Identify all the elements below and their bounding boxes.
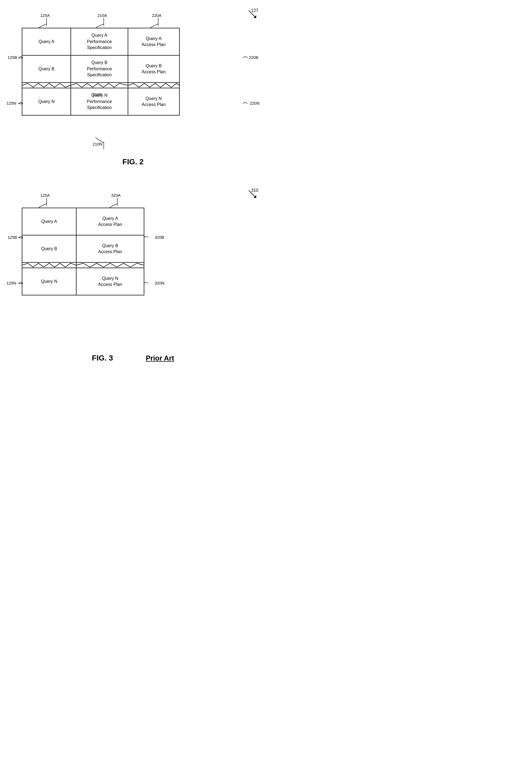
cell-query-a: Query A bbox=[22, 28, 71, 55]
zigzag-icon bbox=[77, 263, 144, 268]
fig3-table-container: Query A Query AAccess Plan Query B Query… bbox=[22, 208, 144, 296]
cell-f3-query-b-plan: Query BAccess Plan bbox=[76, 235, 144, 262]
cell-query-b: Query B bbox=[22, 55, 71, 83]
cell-f3-query-b: Query B bbox=[22, 235, 76, 262]
arrow-127-icon bbox=[248, 10, 257, 19]
label-125B-fig2: 125B bbox=[8, 55, 17, 60]
curve-125N bbox=[19, 101, 23, 106]
zigzag-icon bbox=[22, 83, 70, 88]
table-row: Query A Query APerformanceSpecification … bbox=[22, 28, 179, 55]
zigzag-icon bbox=[22, 263, 76, 268]
cell-f3-query-n: Query N bbox=[22, 268, 76, 295]
label-320A-fig3: 320A bbox=[111, 193, 121, 198]
arrow-310-icon bbox=[248, 190, 257, 199]
label-320N-fig3: 320N bbox=[155, 281, 165, 285]
cell-query-n-plan: Query NAccess Plan bbox=[128, 88, 179, 115]
cell-f3-query-a: Query A bbox=[22, 208, 76, 235]
table-row: Query N Query NAccess Plan bbox=[22, 268, 144, 295]
label-125A-fig2: 125A bbox=[40, 13, 50, 18]
fig2-table-container: Query A Query APerformanceSpecification … bbox=[22, 28, 180, 116]
label-125N-fig3: 125N bbox=[6, 281, 16, 285]
curve-220B bbox=[243, 56, 247, 60]
label-125A-fig3: 125A bbox=[40, 193, 50, 198]
line-210N bbox=[104, 142, 104, 149]
label-220N-fig2: 220N bbox=[250, 101, 260, 106]
prior-art-label: Prior Art bbox=[146, 354, 174, 362]
label-220B-fig2: 220B bbox=[249, 55, 258, 60]
cell-f3-query-n-plan: Query NAccess Plan bbox=[76, 268, 144, 295]
label-125B-fig3: 125B bbox=[8, 235, 17, 240]
zigzag-icon bbox=[71, 83, 127, 88]
label-320B-fig3: 320B bbox=[155, 235, 164, 240]
curve-125B bbox=[19, 56, 23, 60]
label-220A-fig2: 220A bbox=[152, 13, 161, 18]
label-210A-fig2: 210A bbox=[97, 13, 107, 18]
table-row: Query A Query AAccess Plan bbox=[22, 208, 144, 235]
cell-f3-query-a-plan: Query AAccess Plan bbox=[76, 208, 144, 235]
break-row-fig2 bbox=[22, 83, 179, 88]
table-row: Query B Query BPerformanceSpecification … bbox=[22, 55, 179, 83]
cell-query-b-perf: Query BPerformanceSpecification bbox=[71, 55, 128, 83]
label-210B-fig2: 210B bbox=[93, 92, 102, 97]
cell-query-n: Query N bbox=[22, 88, 71, 115]
label-125N-fig2: 125N bbox=[6, 101, 16, 106]
curve-320B bbox=[144, 235, 148, 240]
break-row-fig3 bbox=[22, 262, 144, 268]
curve-125N-fig3 bbox=[19, 281, 23, 286]
fig2-diagram: 127 125A 210A 220A bbox=[0, 0, 266, 169]
curve-320N-fig3 bbox=[144, 281, 148, 286]
curve-220N bbox=[243, 101, 247, 106]
zigzag-icon bbox=[128, 83, 179, 88]
fig3-title: FIG. 3 bbox=[92, 354, 113, 362]
cell-query-a-perf: Query APerformanceSpecification bbox=[71, 28, 128, 55]
curve-125B-fig3 bbox=[19, 235, 23, 240]
curve-210N bbox=[95, 137, 112, 143]
table-row: Query B Query BAccess Plan bbox=[22, 235, 144, 262]
cell-query-b-plan: Query BAccess Plan bbox=[128, 55, 179, 83]
cell-query-a-plan: Query AAccess Plan bbox=[128, 28, 179, 55]
fig2-title: FIG. 2 bbox=[0, 158, 266, 166]
fig3-diagram: 310 125A 320A Query A Query bbox=[0, 180, 266, 365]
